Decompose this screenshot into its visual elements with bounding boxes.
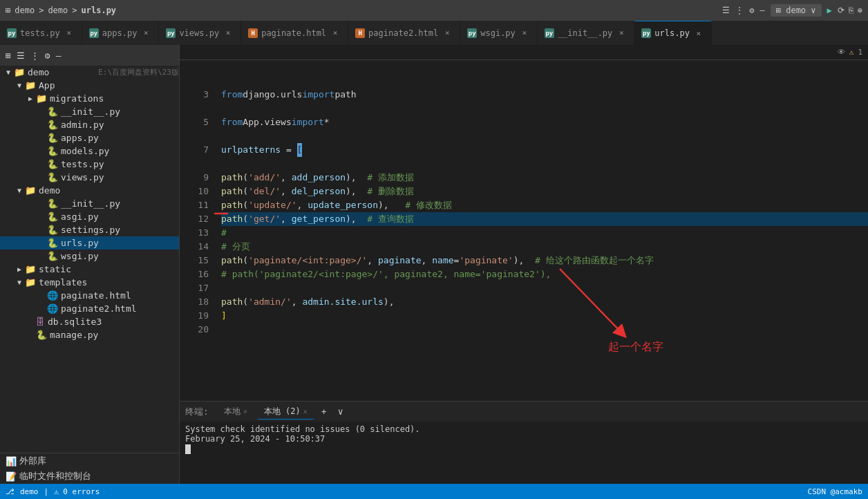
minimize-icon[interactable]: — bbox=[760, 6, 765, 15]
collapse-icon[interactable]: ⊞ bbox=[6, 6, 10, 15]
file-icon-init1: 🐍 bbox=[47, 106, 58, 117]
tree-item-settings[interactable]: ▶ 🐍 settings.py bbox=[0, 223, 179, 236]
tree-item-urls[interactable]: ▶ 🐍 urls.py bbox=[0, 236, 179, 249]
tree-item-static[interactable]: ▶ 📁 static bbox=[0, 263, 179, 276]
tree-item-apps[interactable]: ▶ 🐍 apps.py bbox=[0, 131, 179, 144]
tab-close-paginate[interactable]: × bbox=[330, 28, 341, 39]
tab-close-init[interactable]: × bbox=[616, 28, 627, 39]
sidebar-icon-1[interactable]: ⊞ bbox=[6, 50, 11, 61]
sidebar-icon-3[interactable]: ⋮ bbox=[30, 50, 39, 61]
tab-close-tests[interactable]: × bbox=[64, 28, 75, 39]
ln-20: 20 bbox=[180, 323, 209, 337]
git-branch[interactable]: demo bbox=[20, 487, 39, 496]
tree-label-models: models.py bbox=[61, 146, 179, 156]
sidebar-icon-4[interactable]: ⚙ bbox=[45, 50, 50, 61]
tree-item-templates[interactable]: ▼ 📁 templates bbox=[0, 276, 179, 289]
tree-item-init1[interactable]: ▶ 🐍 __init__.py bbox=[0, 105, 179, 118]
tree-item-views[interactable]: ▶ 🐍 views.py bbox=[0, 171, 179, 184]
code-area[interactable]: from django.urls import path from App.vi… bbox=[214, 60, 868, 401]
tree-item-models[interactable]: ▶ 🐍 models.py bbox=[0, 144, 179, 158]
ln-2 bbox=[180, 74, 209, 88]
run-icon[interactable]: ▶ bbox=[827, 6, 832, 15]
icon1[interactable]: ⟳ bbox=[838, 6, 845, 15]
tree-extra-demo: E:\百度网盘资料\23版 bbox=[98, 67, 179, 77]
tree-item-tests[interactable]: ▶ 🐍 tests.py bbox=[0, 158, 179, 171]
file-icon-admin: 🐍 bbox=[47, 120, 58, 130]
ln-16: 16 bbox=[180, 267, 209, 281]
more-icon[interactable]: ⋮ bbox=[735, 6, 744, 15]
csdn-credit: CSDN @acmakb bbox=[808, 487, 862, 496]
ln-12: 12▼ bbox=[180, 212, 209, 226]
tree-label-init2: __init__.py bbox=[61, 198, 179, 209]
tree-item-manage[interactable]: ▶ 🐍 manage.py bbox=[0, 328, 179, 341]
account-label[interactable]: ⊞ demo ∨ bbox=[771, 4, 822, 17]
editor-content[interactable]: 3 5 7▼ 9 10 11 12▼ 13 14 15▼ 16 17 18 bbox=[180, 60, 868, 401]
tree-item-migrations[interactable]: ▶ 📁 migrations bbox=[0, 92, 179, 105]
tab-close-views[interactable]: × bbox=[223, 28, 234, 39]
file-icon-tests: 🐍 bbox=[47, 159, 58, 169]
breadcrumb-demo[interactable]: demo bbox=[15, 6, 35, 15]
terminal-tab-close-local[interactable]: × bbox=[243, 408, 247, 415]
tab-close-urls[interactable]: × bbox=[693, 28, 704, 39]
tree-item-init2[interactable]: ▶ 🐍 __init__.py bbox=[0, 197, 179, 210]
tab-close-paginate2[interactable]: × bbox=[442, 28, 453, 39]
terminal-tab-local[interactable]: 本地 × bbox=[217, 404, 254, 419]
tree-label-static: static bbox=[39, 264, 179, 274]
tab-tests[interactable]: py tests.py × bbox=[0, 21, 82, 45]
tab-label-tests: tests.py bbox=[20, 28, 60, 38]
tree-item-paginate2-html[interactable]: ▶ 🌐 paginate2.html bbox=[0, 302, 179, 315]
tree-arrow-migrations: ▶ bbox=[25, 95, 36, 102]
top-bar: ⊞ demo > demo > urls.py ☰ ⋮ ⚙ — ⊞ demo ∨… bbox=[0, 0, 868, 21]
terminal-add-button[interactable]: + bbox=[317, 405, 331, 418]
code-line-19: ] bbox=[221, 309, 868, 323]
terminal-tab-local2[interactable]: 本地 (2) × bbox=[257, 404, 314, 420]
top-bar-left: ⊞ demo > demo > urls.py bbox=[6, 6, 116, 15]
tree-label-paginate: paginate.html bbox=[61, 290, 179, 301]
tree-item-external[interactable]: 📊 外部库 bbox=[0, 453, 179, 469]
sidebar-icon-2[interactable]: ☰ bbox=[17, 50, 25, 61]
tree-item-demo-root[interactable]: ▼ 📁 demo E:\百度网盘资料\23版 bbox=[0, 66, 179, 79]
icon3[interactable]: ⊕ bbox=[858, 6, 862, 15]
settings-icon[interactable]: ⚙ bbox=[749, 6, 754, 15]
tree-label-scratch: 临时文件和控制台 bbox=[19, 470, 179, 482]
external-icon: 📊 bbox=[6, 456, 17, 467]
status-warning[interactable]: ⚠ 0 errors bbox=[54, 487, 100, 496]
tab-paginate2[interactable]: H paginate2.html × bbox=[348, 21, 460, 45]
tab-close-wsgi[interactable]: × bbox=[519, 28, 530, 39]
tab-urls[interactable]: py urls.py × bbox=[634, 21, 712, 45]
code-line-3: from django.urls import path bbox=[221, 88, 868, 102]
tab-wsgi[interactable]: py wsgi.py × bbox=[460, 21, 538, 45]
sidebar-toggle-icon[interactable]: ☰ bbox=[722, 6, 730, 15]
breadcrumb-subfolder[interactable]: demo bbox=[48, 6, 68, 15]
warning-icon: ⚠ bbox=[849, 48, 854, 57]
tab-close-apps[interactable]: × bbox=[140, 28, 151, 39]
tab-paginate[interactable]: H paginate.html × bbox=[241, 21, 348, 45]
tree-item-scratch[interactable]: 📝 临时文件和控制台 bbox=[0, 469, 179, 484]
terminal-area[interactable]: System check identified no issues (0 sil… bbox=[180, 422, 868, 484]
tab-apps[interactable]: py apps.py × bbox=[82, 21, 160, 45]
tree-item-demo-folder[interactable]: ▼ 📁 demo bbox=[0, 184, 179, 197]
tab-icon-paginate: H bbox=[248, 28, 258, 38]
tree-item-app[interactable]: ▼ 📁 App bbox=[0, 79, 179, 92]
ln-11: 11 bbox=[180, 198, 209, 212]
tree-item-asgi[interactable]: ▶ 🐍 asgi.py bbox=[0, 210, 179, 223]
tab-bar: py tests.py × py apps.py × py views.py ×… bbox=[0, 21, 868, 45]
tree-label-app: App bbox=[39, 80, 179, 91]
tab-init[interactable]: py __init__.py × bbox=[538, 21, 634, 45]
code-line-9: path('add/', add_person), # 添加数据 bbox=[221, 171, 868, 185]
terminal-tab-close-local2[interactable]: × bbox=[303, 408, 308, 415]
terminal-expand-button[interactable]: ∨ bbox=[334, 405, 348, 418]
tab-views[interactable]: py views.py × bbox=[159, 21, 241, 45]
breadcrumb-file[interactable]: urls.py bbox=[82, 6, 117, 15]
file-icon-models: 🐍 bbox=[47, 146, 58, 156]
tree-item-db[interactable]: ▶ 🗄 db.sqlite3 bbox=[0, 315, 179, 328]
tree-item-wsgi[interactable]: ▶ 🐍 wsgi.py bbox=[0, 249, 179, 263]
icon2[interactable]: ⎘ bbox=[849, 6, 853, 15]
tree-label-external: 外部库 bbox=[19, 455, 179, 467]
code-line-6 bbox=[221, 129, 868, 143]
sidebar-icon-5[interactable]: — bbox=[56, 50, 62, 61]
tree-item-admin[interactable]: ▶ 🐍 admin.py bbox=[0, 118, 179, 131]
ln-3: 3 bbox=[180, 88, 209, 102]
tree-label-asgi: asgi.py bbox=[61, 211, 179, 222]
tree-item-paginate-html[interactable]: ▶ 🌐 paginate.html bbox=[0, 289, 179, 302]
